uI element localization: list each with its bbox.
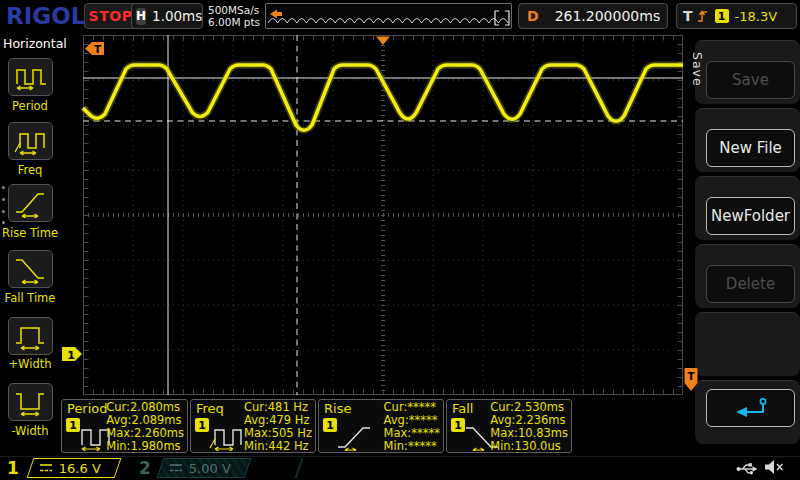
offscreen-trigger-arrow-icon xyxy=(270,10,282,19)
dc-coupling-icon xyxy=(39,462,53,474)
measure-source-badge: 1 xyxy=(451,418,465,432)
channel-1-status[interactable]: 16.6 V xyxy=(27,458,122,478)
measure-name: Fall xyxy=(452,401,473,416)
sidebar-item-label: Fall Time xyxy=(0,291,60,305)
speaker-muted-icon xyxy=(764,458,785,476)
measure-source-badge: 1 xyxy=(323,418,337,432)
menu-slot xyxy=(695,312,800,376)
trigger-source-badge: 1 xyxy=(715,9,729,23)
menu-back-button[interactable] xyxy=(706,389,795,427)
menu-tab-save: Save xyxy=(690,52,705,87)
channel-2-number: 2 xyxy=(139,458,151,478)
delay-value: 261.200000ms xyxy=(555,8,661,24)
scroll-dot xyxy=(2,198,5,201)
scroll-dot xyxy=(2,210,5,213)
sidebar-item-plus-width[interactable] xyxy=(8,317,53,355)
plus-width-icon xyxy=(13,321,49,351)
display-window-brackets xyxy=(495,11,509,25)
timebase-box: H 1.00ms xyxy=(131,3,203,29)
rise-time-icon xyxy=(13,188,49,218)
memory-strip-graphic xyxy=(266,4,511,28)
sidebar-item-freq[interactable] xyxy=(8,122,53,160)
scroll-dot xyxy=(2,186,5,189)
scope-display: T T 1 xyxy=(83,35,683,395)
svg-text:T: T xyxy=(687,370,695,382)
measure-panel-fall: Fall 1 Cur:2.530ms Avg:2.236ms Max:10.83… xyxy=(446,399,572,453)
svg-text:1: 1 xyxy=(67,349,75,362)
measure-panel-period: Period 1 Cur:2.080ms Avg:2.089ms Max:2.2… xyxy=(61,399,188,453)
dc-coupling-icon xyxy=(169,462,183,474)
channel-2-scale: 5.00 V xyxy=(189,461,231,476)
delay-label: D xyxy=(527,8,539,24)
sidebar-item-label: -Width xyxy=(0,424,60,438)
trigger-slope-icon xyxy=(697,9,710,24)
sidebar-item-label: Freq xyxy=(0,163,60,177)
trigger-label: T xyxy=(683,8,693,24)
waveform-memory-strip xyxy=(265,3,512,29)
measure-source-badge: 1 xyxy=(66,418,80,432)
channel-1-number: 1 xyxy=(7,458,19,478)
sidebar-item-period[interactable] xyxy=(8,58,53,96)
timebase-label: H xyxy=(136,8,146,25)
rise-icon xyxy=(336,421,376,451)
timebase-value: 1.00ms xyxy=(152,8,202,24)
delay-box: D 261.200000ms xyxy=(518,3,668,29)
trigger-box: T 1 -18.3V xyxy=(676,3,797,29)
measure-source-badge: 1 xyxy=(195,418,209,432)
measure-values: Cur:***** Avg:***** Max:***** Min:***** xyxy=(384,401,440,453)
measure-name: Period xyxy=(67,401,108,416)
period-icon xyxy=(13,62,49,92)
measure-name: Rise xyxy=(324,401,351,416)
minus-width-icon xyxy=(13,387,49,417)
trigger-level-value: -18.3V xyxy=(735,9,778,24)
sidebar-item-rise-time[interactable] xyxy=(8,184,53,222)
new-file-button[interactable]: New File xyxy=(706,129,795,167)
acquisition-info: 500MSa/s 6.00M pts xyxy=(208,4,260,28)
measure-panel-rise: Rise 1 Cur:***** Avg:***** Max:***** Min… xyxy=(318,399,444,453)
trigger-position-marker[interactable] xyxy=(376,37,390,46)
memory-depth: 6.00M pts xyxy=(208,16,260,28)
measure-name: Freq xyxy=(196,401,224,416)
scroll-dot xyxy=(2,221,5,224)
new-folder-button[interactable]: NewFolder xyxy=(706,197,795,235)
run-state-indicator: STOP xyxy=(84,3,137,29)
return-arrow-icon xyxy=(730,396,772,420)
sidebar-item-label: Rise Time xyxy=(0,226,60,240)
measure-values: Cur:481 Hz Avg:479 Hz Max:505 Hz Min:442… xyxy=(244,401,312,453)
measure-values: Cur:2.530ms Avg:2.236ms Max:10.83ms Min:… xyxy=(490,401,568,453)
sample-rate: 500MSa/s xyxy=(208,4,260,16)
channel-1-scale: 16.6 V xyxy=(59,461,101,476)
freq-icon xyxy=(208,421,248,451)
channel-2-status[interactable]: 5.00 V xyxy=(157,458,252,478)
save-button[interactable]: Save xyxy=(706,61,795,99)
sidebar-item-fall-time[interactable] xyxy=(8,250,53,288)
fall-time-icon xyxy=(13,254,49,284)
rigol-logo: RIGOL xyxy=(6,3,85,29)
sidebar-item-label: Period xyxy=(0,99,60,113)
sidebar-title: Horizontal xyxy=(3,36,67,51)
memory-waveform-preview xyxy=(268,19,508,24)
svg-text:T: T xyxy=(94,43,102,55)
freq-icon xyxy=(13,126,49,156)
channel-1-level-marker[interactable]: 1 xyxy=(62,347,82,362)
delete-button[interactable]: Delete xyxy=(706,265,795,303)
sidebar-item-minus-width[interactable] xyxy=(8,383,53,421)
sidebar-item-label: +Width xyxy=(0,357,60,371)
usb-icon xyxy=(736,461,759,476)
measure-panel-freq: Freq 1 Cur:481 Hz Avg:479 Hz Max:505 Hz … xyxy=(190,399,316,453)
measure-values: Cur:2.080ms Avg:2.089ms Max:2.260ms Min:… xyxy=(106,401,184,453)
